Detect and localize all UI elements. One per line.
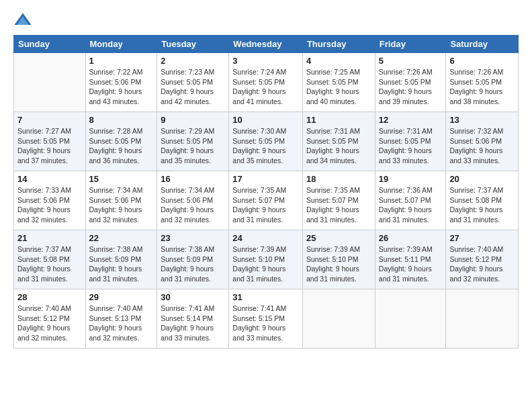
day-info: Sunrise: 7:22 AMSunset: 5:06 PMDaylight:… bbox=[89, 67, 154, 107]
calendar-week-row: 7Sunrise: 7:27 AMSunset: 5:05 PMDaylight… bbox=[14, 112, 519, 171]
calendar-cell: 18Sunrise: 7:35 AMSunset: 5:07 PMDayligh… bbox=[302, 171, 375, 230]
calendar-cell bbox=[302, 289, 375, 349]
day-number: 7 bbox=[17, 115, 82, 125]
day-info: Sunrise: 7:38 AMSunset: 5:09 PMDaylight:… bbox=[161, 244, 225, 284]
weekday-header-monday: Monday bbox=[85, 36, 157, 53]
day-number: 4 bbox=[306, 56, 371, 66]
weekday-header-friday: Friday bbox=[375, 36, 446, 53]
day-number: 26 bbox=[379, 233, 443, 243]
day-info: Sunrise: 7:32 AMSunset: 5:06 PMDaylight:… bbox=[449, 126, 515, 166]
day-info: Sunrise: 7:35 AMSunset: 5:07 PMDaylight:… bbox=[232, 185, 299, 225]
day-info: Sunrise: 7:36 AMSunset: 5:07 PMDaylight:… bbox=[379, 185, 443, 225]
day-info: Sunrise: 7:40 AMSunset: 5:13 PMDaylight:… bbox=[89, 304, 154, 343]
calendar-cell: 23Sunrise: 7:38 AMSunset: 5:09 PMDayligh… bbox=[157, 230, 229, 289]
day-info: Sunrise: 7:41 AMSunset: 5:15 PMDaylight:… bbox=[232, 304, 299, 343]
day-number: 14 bbox=[17, 174, 82, 184]
calendar-cell: 29Sunrise: 7:40 AMSunset: 5:13 PMDayligh… bbox=[85, 289, 157, 349]
calendar-cell: 19Sunrise: 7:36 AMSunset: 5:07 PMDayligh… bbox=[375, 171, 446, 230]
day-number: 8 bbox=[89, 115, 154, 125]
calendar-week-row: 21Sunrise: 7:37 AMSunset: 5:08 PMDayligh… bbox=[14, 230, 519, 289]
day-number: 27 bbox=[449, 233, 515, 243]
day-info: Sunrise: 7:27 AMSunset: 5:05 PMDaylight:… bbox=[17, 126, 82, 166]
calendar-cell: 31Sunrise: 7:41 AMSunset: 5:15 PMDayligh… bbox=[229, 289, 303, 349]
calendar-cell: 24Sunrise: 7:39 AMSunset: 5:10 PMDayligh… bbox=[229, 230, 303, 289]
day-info: Sunrise: 7:26 AMSunset: 5:05 PMDaylight:… bbox=[449, 67, 515, 107]
day-info: Sunrise: 7:37 AMSunset: 5:08 PMDaylight:… bbox=[17, 244, 82, 284]
day-number: 28 bbox=[17, 292, 82, 302]
day-number: 30 bbox=[161, 292, 225, 302]
calendar-cell bbox=[375, 289, 446, 349]
calendar-cell bbox=[14, 53, 86, 112]
day-info: Sunrise: 7:31 AMSunset: 5:05 PMDaylight:… bbox=[379, 126, 443, 166]
day-info: Sunrise: 7:39 AMSunset: 5:10 PMDaylight:… bbox=[232, 244, 299, 284]
day-info: Sunrise: 7:40 AMSunset: 5:12 PMDaylight:… bbox=[449, 244, 515, 284]
day-info: Sunrise: 7:40 AMSunset: 5:12 PMDaylight:… bbox=[17, 304, 82, 343]
day-info: Sunrise: 7:28 AMSunset: 5:05 PMDaylight:… bbox=[89, 126, 154, 166]
calendar-cell: 12Sunrise: 7:31 AMSunset: 5:05 PMDayligh… bbox=[375, 112, 446, 171]
calendar-cell: 6Sunrise: 7:26 AMSunset: 5:05 PMDaylight… bbox=[446, 53, 519, 112]
day-number: 21 bbox=[17, 233, 82, 243]
calendar-week-row: 1Sunrise: 7:22 AMSunset: 5:06 PMDaylight… bbox=[14, 53, 519, 112]
logo-icon bbox=[13, 11, 32, 30]
calendar-cell: 7Sunrise: 7:27 AMSunset: 5:05 PMDaylight… bbox=[14, 112, 86, 171]
calendar-cell: 13Sunrise: 7:32 AMSunset: 5:06 PMDayligh… bbox=[446, 112, 519, 171]
weekday-header-thursday: Thursday bbox=[302, 36, 375, 53]
day-number: 20 bbox=[449, 174, 515, 184]
calendar-cell: 8Sunrise: 7:28 AMSunset: 5:05 PMDaylight… bbox=[85, 112, 157, 171]
calendar-cell: 25Sunrise: 7:39 AMSunset: 5:10 PMDayligh… bbox=[302, 230, 375, 289]
day-number: 3 bbox=[232, 56, 299, 66]
calendar-cell: 22Sunrise: 7:38 AMSunset: 5:09 PMDayligh… bbox=[85, 230, 157, 289]
day-info: Sunrise: 7:39 AMSunset: 5:10 PMDaylight:… bbox=[306, 244, 371, 284]
day-info: Sunrise: 7:39 AMSunset: 5:11 PMDaylight:… bbox=[379, 244, 443, 284]
calendar-cell: 10Sunrise: 7:30 AMSunset: 5:05 PMDayligh… bbox=[229, 112, 303, 171]
day-info: Sunrise: 7:31 AMSunset: 5:05 PMDaylight:… bbox=[306, 126, 371, 166]
day-number: 17 bbox=[232, 174, 299, 184]
weekday-header-wednesday: Wednesday bbox=[229, 36, 303, 53]
day-number: 24 bbox=[232, 233, 299, 243]
calendar-cell: 5Sunrise: 7:26 AMSunset: 5:05 PMDaylight… bbox=[375, 53, 446, 112]
header-section bbox=[13, 11, 519, 30]
day-number: 23 bbox=[161, 233, 225, 243]
calendar-cell: 1Sunrise: 7:22 AMSunset: 5:06 PMDaylight… bbox=[85, 53, 157, 112]
day-info: Sunrise: 7:26 AMSunset: 5:05 PMDaylight:… bbox=[379, 67, 443, 107]
calendar-cell: 16Sunrise: 7:34 AMSunset: 5:06 PMDayligh… bbox=[157, 171, 229, 230]
calendar-cell: 20Sunrise: 7:37 AMSunset: 5:08 PMDayligh… bbox=[446, 171, 519, 230]
day-number: 10 bbox=[232, 115, 299, 125]
day-number: 2 bbox=[161, 56, 225, 66]
calendar-cell: 3Sunrise: 7:24 AMSunset: 5:05 PMDaylight… bbox=[229, 53, 303, 112]
calendar-cell: 27Sunrise: 7:40 AMSunset: 5:12 PMDayligh… bbox=[446, 230, 519, 289]
calendar-container: SundayMondayTuesdayWednesdayThursdayFrid… bbox=[0, 0, 532, 355]
day-number: 5 bbox=[379, 56, 443, 66]
calendar-week-row: 28Sunrise: 7:40 AMSunset: 5:12 PMDayligh… bbox=[14, 289, 519, 349]
calendar-cell: 11Sunrise: 7:31 AMSunset: 5:05 PMDayligh… bbox=[302, 112, 375, 171]
weekday-header-tuesday: Tuesday bbox=[157, 36, 229, 53]
calendar-cell: 30Sunrise: 7:41 AMSunset: 5:14 PMDayligh… bbox=[157, 289, 229, 349]
day-number: 29 bbox=[89, 292, 154, 302]
day-number: 22 bbox=[89, 233, 154, 243]
weekday-header-row: SundayMondayTuesdayWednesdayThursdayFrid… bbox=[14, 36, 519, 53]
weekday-header-saturday: Saturday bbox=[446, 36, 519, 53]
day-number: 15 bbox=[89, 174, 154, 184]
day-info: Sunrise: 7:34 AMSunset: 5:06 PMDaylight:… bbox=[161, 185, 225, 225]
day-number: 1 bbox=[89, 56, 154, 66]
calendar-cell: 26Sunrise: 7:39 AMSunset: 5:11 PMDayligh… bbox=[375, 230, 446, 289]
logo bbox=[13, 11, 35, 30]
day-number: 16 bbox=[161, 174, 225, 184]
calendar-cell: 14Sunrise: 7:33 AMSunset: 5:06 PMDayligh… bbox=[14, 171, 86, 230]
day-number: 6 bbox=[449, 56, 515, 66]
day-info: Sunrise: 7:34 AMSunset: 5:06 PMDaylight:… bbox=[89, 185, 154, 225]
day-number: 31 bbox=[232, 292, 299, 302]
day-info: Sunrise: 7:25 AMSunset: 5:05 PMDaylight:… bbox=[306, 67, 371, 107]
calendar-cell: 28Sunrise: 7:40 AMSunset: 5:12 PMDayligh… bbox=[14, 289, 86, 349]
calendar-week-row: 14Sunrise: 7:33 AMSunset: 5:06 PMDayligh… bbox=[14, 171, 519, 230]
day-number: 12 bbox=[379, 115, 443, 125]
day-info: Sunrise: 7:29 AMSunset: 5:05 PMDaylight:… bbox=[161, 126, 225, 166]
day-info: Sunrise: 7:38 AMSunset: 5:09 PMDaylight:… bbox=[89, 244, 154, 284]
calendar-cell: 9Sunrise: 7:29 AMSunset: 5:05 PMDaylight… bbox=[157, 112, 229, 171]
calendar-cell: 2Sunrise: 7:23 AMSunset: 5:05 PMDaylight… bbox=[157, 53, 229, 112]
day-info: Sunrise: 7:33 AMSunset: 5:06 PMDaylight:… bbox=[17, 185, 82, 225]
calendar-cell: 17Sunrise: 7:35 AMSunset: 5:07 PMDayligh… bbox=[229, 171, 303, 230]
day-info: Sunrise: 7:23 AMSunset: 5:05 PMDaylight:… bbox=[161, 67, 225, 107]
calendar-cell: 21Sunrise: 7:37 AMSunset: 5:08 PMDayligh… bbox=[14, 230, 86, 289]
day-number: 9 bbox=[161, 115, 225, 125]
